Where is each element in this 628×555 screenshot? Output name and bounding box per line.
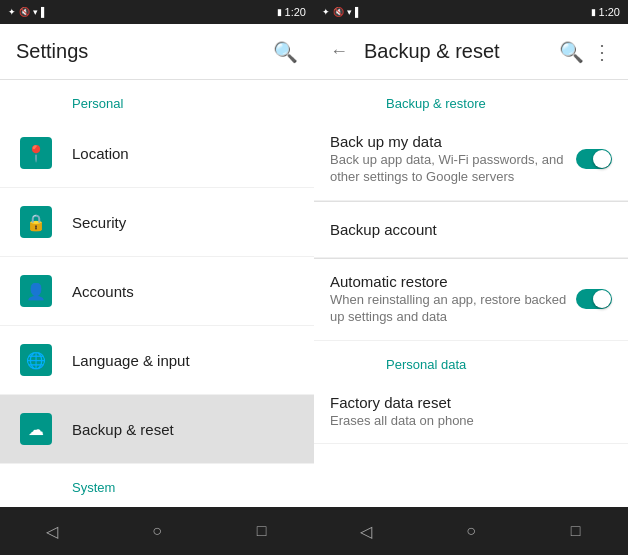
location-title: Location	[72, 145, 298, 162]
left-back-button[interactable]: ◁	[28, 507, 76, 555]
backup-text: Backup & reset	[72, 421, 298, 438]
personal-data-header: Personal data	[314, 341, 628, 380]
right-time: 1:20	[599, 6, 620, 18]
factory-reset-subtitle: Erases all data on phone	[330, 413, 612, 430]
right-panel: ✦ 🔇 ▾ ▌ ▮ 1:20 ← Backup & reset 🔍 ⋮ Back…	[314, 0, 628, 555]
backup-title: Backup & reset	[72, 421, 298, 438]
settings-item-accounts[interactable]: 👤 Accounts	[0, 257, 314, 326]
left-back-icon: ◁	[46, 522, 58, 541]
settings-item-location[interactable]: 📍 Location	[0, 119, 314, 188]
right-signal-icon: ▌	[355, 7, 361, 17]
language-icon-container: 🌐	[16, 340, 56, 380]
left-home-icon: ○	[152, 522, 162, 540]
right-toolbar: ← Backup & reset 🔍 ⋮	[314, 24, 628, 80]
left-settings-list: Personal 📍 Location 🔒 Security 👤 Account…	[0, 80, 314, 507]
settings-item-backup[interactable]: ☁ Backup & reset	[0, 395, 314, 464]
backup-account-text: Backup account	[330, 221, 612, 238]
backup-icon-container: ☁	[16, 409, 56, 449]
accounts-icon: 👤	[20, 275, 52, 307]
auto-restore-item[interactable]: Automatic restore When reinstalling an a…	[314, 259, 628, 341]
language-text: Language & input	[72, 352, 298, 369]
right-home-nav-button[interactable]: ○	[447, 507, 495, 555]
left-recent-button[interactable]: □	[238, 507, 286, 555]
settings-item-datetime[interactable]: 🕐 Date & time	[0, 503, 314, 507]
backup-account-item[interactable]: Backup account	[314, 202, 628, 258]
language-icon: 🌐	[20, 344, 52, 376]
left-time: 1:20	[285, 6, 306, 18]
language-title: Language & input	[72, 352, 298, 369]
left-search-icon[interactable]: 🔍	[273, 40, 298, 64]
left-home-button[interactable]: ○	[133, 507, 181, 555]
backup-icon: ☁	[20, 413, 52, 445]
left-nav-bar: ◁ ○ □	[0, 507, 314, 555]
backup-data-title: Back up my data	[330, 133, 576, 150]
backup-account-title: Backup account	[330, 221, 612, 238]
auto-restore-subtitle: When reinstalling an app, restore backed…	[330, 292, 576, 326]
auto-restore-title: Automatic restore	[330, 273, 576, 290]
volume-icon: 🔇	[19, 7, 30, 17]
battery-icon: ▮	[277, 7, 282, 17]
right-settings-list: Backup & restore Back up my data Back up…	[314, 80, 628, 507]
location-icon: 📍	[20, 137, 52, 169]
right-bt-icon: ✦	[322, 7, 330, 17]
backup-data-item[interactable]: Back up my data Back up app data, Wi-Fi …	[314, 119, 628, 201]
security-text: Security	[72, 214, 298, 231]
left-status-bar: ✦ 🔇 ▾ ▌ ▮ 1:20	[0, 0, 314, 24]
right-status-bar: ✦ 🔇 ▾ ▌ ▮ 1:20	[314, 0, 628, 24]
left-recent-icon: □	[257, 522, 267, 540]
backup-data-toggle-container[interactable]	[576, 149, 612, 169]
right-nav-bar: ◁ ○ □	[314, 507, 628, 555]
backup-restore-header: Backup & restore	[314, 80, 628, 119]
right-back-button[interactable]: ←	[330, 41, 348, 62]
left-toolbar: Settings 🔍	[0, 24, 314, 80]
right-battery-icon: ▮	[591, 7, 596, 17]
right-status-icons-left: ✦ 🔇 ▾ ▌	[322, 7, 361, 17]
settings-item-language[interactable]: 🌐 Language & input	[0, 326, 314, 395]
personal-section-header: Personal	[0, 80, 314, 119]
security-icon: 🔒	[20, 206, 52, 238]
factory-reset-title: Factory data reset	[330, 394, 612, 411]
right-recent-nav-icon: □	[571, 522, 581, 540]
right-wifi-icon: ▾	[347, 7, 352, 17]
signal-icon: ▌	[41, 7, 47, 17]
system-section-header: System	[0, 464, 314, 503]
accounts-icon-container: 👤	[16, 271, 56, 311]
location-icon-container: 📍	[16, 133, 56, 173]
right-home-nav-icon: ○	[466, 522, 476, 540]
settings-item-security[interactable]: 🔒 Security	[0, 188, 314, 257]
security-title: Security	[72, 214, 298, 231]
security-icon-container: 🔒	[16, 202, 56, 242]
factory-reset-text: Factory data reset Erases all data on ph…	[330, 394, 612, 430]
accounts-text: Accounts	[72, 283, 298, 300]
right-back-nav-button[interactable]: ◁	[342, 507, 390, 555]
backup-data-text: Back up my data Back up app data, Wi-Fi …	[330, 133, 576, 186]
left-toolbar-title: Settings	[16, 40, 265, 63]
right-toolbar-title: Backup & reset	[364, 40, 551, 63]
auto-restore-text: Automatic restore When reinstalling an a…	[330, 273, 576, 326]
backup-data-toggle[interactable]	[576, 149, 612, 169]
wifi-icon: ▾	[33, 7, 38, 17]
auto-restore-toggle[interactable]	[576, 289, 612, 309]
right-back-nav-icon: ◁	[360, 522, 372, 541]
bt-icon: ✦	[8, 7, 16, 17]
right-volume-icon: 🔇	[333, 7, 344, 17]
right-more-icon[interactable]: ⋮	[592, 40, 612, 64]
auto-restore-toggle-container[interactable]	[576, 289, 612, 309]
accounts-title: Accounts	[72, 283, 298, 300]
left-panel: ✦ 🔇 ▾ ▌ ▮ 1:20 Settings 🔍 Personal 📍 Loc…	[0, 0, 314, 555]
right-recent-nav-button[interactable]: □	[552, 507, 600, 555]
backup-data-subtitle: Back up app data, Wi-Fi passwords, and o…	[330, 152, 576, 186]
right-status-icons-right: ▮ 1:20	[591, 6, 620, 18]
right-search-icon[interactable]: 🔍	[559, 40, 584, 64]
left-status-icons: ✦ 🔇 ▾ ▌	[8, 7, 47, 17]
factory-reset-item[interactable]: Factory data reset Erases all data on ph…	[314, 380, 628, 445]
location-text: Location	[72, 145, 298, 162]
right-status-icons: ▮ 1:20	[277, 6, 306, 18]
